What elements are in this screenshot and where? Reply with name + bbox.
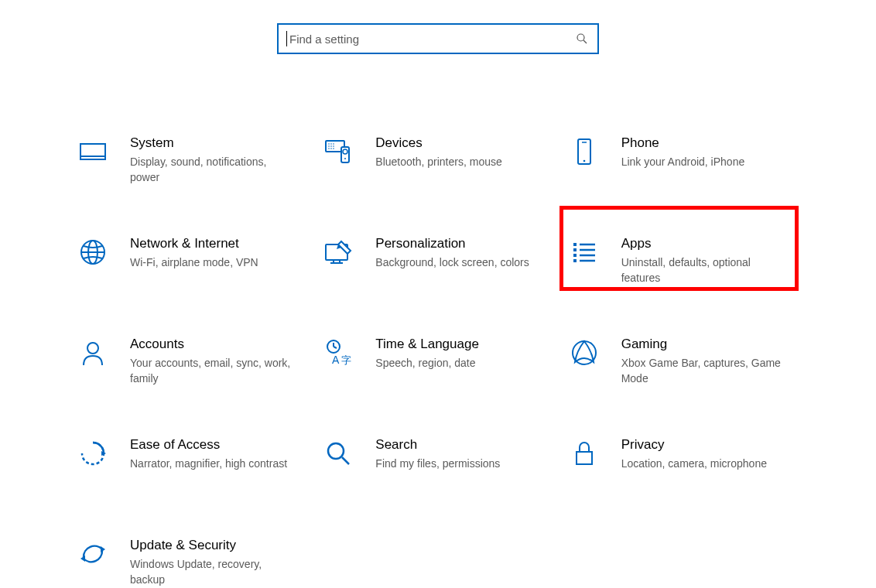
apps-icon bbox=[569, 237, 600, 268]
update-icon bbox=[77, 538, 108, 569]
globe-icon bbox=[77, 237, 108, 268]
svg-point-13 bbox=[334, 148, 335, 149]
text-cursor bbox=[286, 31, 287, 46]
tile-desc: Location, camera, microphone bbox=[621, 456, 788, 472]
tile-time-language[interactable]: A 字 Time & Language Speech, region, date bbox=[323, 325, 568, 426]
svg-point-9 bbox=[331, 145, 333, 147]
phone-icon bbox=[569, 136, 600, 167]
svg-line-1 bbox=[583, 40, 587, 43]
svg-rect-28 bbox=[573, 248, 577, 251]
search-icon bbox=[576, 32, 588, 45]
time-language-icon: A 字 bbox=[323, 337, 354, 368]
tile-title: Network & Internet bbox=[130, 235, 296, 252]
svg-text:A: A bbox=[332, 354, 340, 366]
ease-of-access-icon bbox=[77, 438, 108, 469]
settings-grid: System Display, sound, notifications, po… bbox=[0, 124, 876, 588]
tile-title: System bbox=[130, 135, 296, 152]
svg-point-0 bbox=[577, 34, 584, 41]
system-icon bbox=[77, 136, 108, 167]
tile-title: Personalization bbox=[375, 235, 542, 252]
svg-line-44 bbox=[342, 457, 349, 464]
tile-desc: Speech, region, date bbox=[375, 356, 542, 371]
tile-apps[interactable]: Apps Uninstall, defaults, optional featu… bbox=[569, 224, 814, 325]
tile-desc: Xbox Game Bar, captures, Game Mode bbox=[621, 356, 788, 386]
personalization-icon bbox=[323, 237, 354, 268]
svg-point-12 bbox=[331, 148, 333, 149]
tile-accounts[interactable]: Accounts Your accounts, email, sync, wor… bbox=[77, 325, 323, 426]
svg-point-7 bbox=[334, 143, 335, 145]
devices-icon bbox=[323, 136, 354, 167]
tile-phone[interactable]: Phone Link your Android, iPhone bbox=[569, 124, 814, 224]
tile-title: Gaming bbox=[621, 336, 788, 353]
tile-title: Time & Language bbox=[375, 336, 542, 353]
svg-point-8 bbox=[329, 145, 330, 147]
tile-title: Search bbox=[375, 436, 542, 453]
tile-title: Privacy bbox=[621, 436, 788, 453]
tile-ease-of-access[interactable]: Ease of Access Narrator, magnifier, high… bbox=[77, 426, 323, 526]
svg-point-43 bbox=[328, 443, 344, 459]
tile-desc: Windows Update, recovery, backup bbox=[130, 557, 296, 587]
accounts-icon bbox=[77, 337, 108, 368]
tile-network[interactable]: Network & Internet Wi-Fi, airplane mode,… bbox=[77, 224, 323, 325]
tile-gaming[interactable]: Gaming Xbox Game Bar, captures, Game Mod… bbox=[569, 325, 814, 426]
tile-desc: Background, lock screen, colors bbox=[375, 255, 542, 271]
tile-desc: Uninstall, defaults, optional features bbox=[621, 255, 788, 285]
lock-icon bbox=[569, 438, 600, 469]
tile-search[interactable]: Search Find my files, permissions bbox=[323, 426, 568, 526]
svg-point-16 bbox=[344, 158, 346, 159]
tile-devices[interactable]: Devices Bluetooth, printers, mouse bbox=[323, 124, 568, 224]
tile-privacy[interactable]: Privacy Location, camera, microphone bbox=[569, 426, 814, 526]
tile-desc: Display, sound, notifications, power bbox=[130, 155, 296, 185]
tile-personalization[interactable]: Personalization Background, lock screen,… bbox=[323, 224, 568, 325]
tile-desc: Wi-Fi, airplane mode, VPN bbox=[130, 255, 296, 271]
svg-line-38 bbox=[334, 347, 337, 348]
svg-rect-29 bbox=[573, 254, 577, 257]
svg-point-5 bbox=[329, 143, 330, 145]
tile-desc: Your accounts, email, sync, work, family bbox=[130, 356, 296, 386]
tile-title: Ease of Access bbox=[130, 436, 296, 453]
svg-point-18 bbox=[583, 160, 585, 162]
svg-rect-27 bbox=[573, 243, 577, 246]
search-input[interactable] bbox=[288, 32, 576, 46]
tile-desc: Link your Android, iPhone bbox=[621, 155, 788, 170]
tile-desc: Find my files, permissions bbox=[375, 456, 542, 472]
tile-title: Update & Security bbox=[130, 537, 296, 554]
tile-title: Accounts bbox=[130, 336, 296, 353]
search-tile-icon bbox=[323, 438, 354, 469]
tile-desc: Narrator, magnifier, high contrast bbox=[130, 456, 296, 472]
tile-update-security[interactable]: Update & Security Windows Update, recove… bbox=[77, 526, 323, 588]
svg-text:字: 字 bbox=[341, 354, 351, 366]
tile-title: Devices bbox=[375, 135, 542, 152]
gaming-icon bbox=[569, 337, 600, 368]
search-box[interactable] bbox=[277, 23, 599, 54]
svg-rect-45 bbox=[577, 452, 592, 464]
tile-desc: Bluetooth, printers, mouse bbox=[375, 155, 542, 170]
tile-system[interactable]: System Display, sound, notifications, po… bbox=[77, 124, 323, 224]
svg-point-10 bbox=[334, 145, 335, 147]
svg-rect-30 bbox=[573, 259, 577, 262]
svg-point-6 bbox=[331, 143, 333, 145]
svg-point-35 bbox=[87, 343, 98, 354]
tile-title: Phone bbox=[621, 135, 788, 152]
tile-title: Apps bbox=[621, 235, 788, 252]
svg-point-11 bbox=[329, 148, 330, 149]
